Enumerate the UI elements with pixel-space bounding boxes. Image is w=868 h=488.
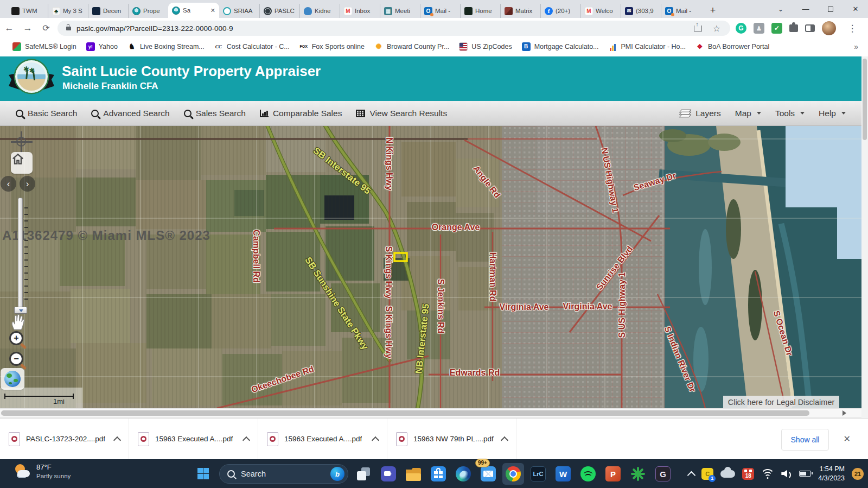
taskbar-app-pinwheel[interactable] — [627, 463, 649, 485]
tray-red-badge-icon[interactable]: 18 — [742, 468, 754, 480]
url-text[interactable]: paslc.gov/map/?ParcelID=2313-222-0000-00… — [76, 24, 688, 33]
bookmark-item[interactable]: BoA Borrower Portal — [691, 41, 774, 52]
bookmark-star-icon[interactable] — [713, 23, 720, 34]
taskbar-app-powerpoint[interactable]: P — [602, 463, 624, 485]
browser-tab[interactable]: Decen — [88, 4, 128, 18]
bookmark-item[interactable]: US ZipCodes — [454, 41, 516, 52]
taskbar-app-chrome[interactable] — [502, 463, 524, 485]
previous-extent-button[interactable]: ‹ — [1, 176, 16, 192]
nav-item-sales-search[interactable]: Sales Search — [177, 109, 253, 118]
nav-item-basic-search[interactable]: Basic Search — [9, 109, 84, 118]
extensions-puzzle-icon[interactable] — [789, 24, 798, 32]
nav-item-view-search-results[interactable]: View Search Results — [349, 109, 454, 118]
tray-yellow-app-icon[interactable]: C 1 — [701, 468, 713, 480]
hidden-icons-chevron[interactable] — [687, 471, 696, 479]
taskbar-search-box[interactable]: Search b — [219, 464, 348, 484]
bookmarks-overflow-icon[interactable]: » — [854, 42, 858, 51]
bookmark-item[interactable]: Yahoo — [81, 41, 123, 52]
address-bar[interactable]: paslc.gov/map/?ParcelID=2313-222-0000-00… — [58, 21, 730, 36]
taskbar-app-task-view[interactable] — [353, 463, 374, 485]
county-logo[interactable] — [9, 58, 54, 99]
browser-tab[interactable]: (20+) — [540, 4, 580, 18]
download-expand-chevron-icon[interactable] — [501, 436, 508, 444]
download-item[interactable]: PASLC-13723-202....pdf — [0, 419, 129, 459]
legal-disclaimer-link[interactable]: Click here for Legal Disclaimer — [723, 396, 839, 408]
wifi-icon[interactable] — [761, 469, 774, 479]
taskbar-app-lightroom[interactable]: LrC — [527, 463, 549, 485]
taskbar-app-word[interactable]: W — [552, 463, 574, 485]
bookmark-item[interactable]: SafeMLS® Login — [8, 41, 81, 52]
taskbar-app-file-explorer[interactable] — [403, 463, 424, 485]
nav-item-advanced-search[interactable]: Advanced Search — [84, 109, 176, 118]
clock-widget[interactable]: 1:54 PM 4/3/2023 — [818, 465, 845, 483]
home-extent-button[interactable] — [11, 152, 33, 174]
maximize-button[interactable] — [818, 0, 843, 18]
tab-close-icon[interactable]: ✕ — [210, 7, 215, 14]
lock-icon[interactable] — [66, 27, 71, 30]
browser-tab[interactable]: Prope — [128, 4, 168, 18]
gray-extension-icon[interactable] — [754, 23, 764, 34]
basemap-globe-button[interactable] — [1, 368, 24, 390]
download-item[interactable]: 15963 Executed A....pdf — [129, 419, 258, 459]
nav-item-comparable-sales[interactable]: Comparable Sales — [253, 109, 349, 118]
scroll-right-arrow[interactable] — [843, 410, 846, 416]
zoom-slider-track[interactable] — [18, 198, 23, 308]
grammarly-extension-icon[interactable]: G — [736, 23, 746, 34]
bookmark-item[interactable]: Broward County Pr... — [369, 41, 454, 52]
back-icon[interactable] — [0, 23, 18, 34]
compass-icon[interactable] — [11, 131, 33, 153]
new-tab-button[interactable]: + — [705, 3, 720, 18]
browser-tab[interactable]: Home — [460, 4, 500, 18]
download-expand-chevron-icon[interactable] — [113, 436, 121, 444]
close-button[interactable]: ✕ — [843, 0, 868, 18]
vertical-scrollbar-thumb[interactable] — [863, 59, 867, 140]
pan-hand-icon[interactable] — [9, 313, 27, 331]
vertical-scrollbar[interactable] — [861, 56, 868, 418]
browser-tab[interactable]: Mail - — [420, 4, 460, 18]
download-expand-chevron-icon[interactable] — [242, 436, 250, 444]
browser-tab[interactable]: TWM — [8, 4, 48, 18]
notification-count-badge[interactable]: 21 — [852, 468, 864, 480]
browser-tab[interactable]: My 3 S — [48, 4, 88, 18]
side-panel-icon[interactable] — [805, 24, 815, 32]
browser-tab[interactable]: SRIAA — [219, 4, 259, 18]
download-item[interactable]: 15963 Executed A....pdf — [258, 419, 387, 459]
bookmark-item[interactable]: Live Boxing Stream... — [123, 41, 209, 52]
browser-tab[interactable]: (303,9 — [621, 4, 661, 18]
map-viewport[interactable]: SB Interstate 95N Kings HwyAngle RdOrang… — [0, 126, 861, 408]
zoom-in-button[interactable]: + — [9, 331, 23, 345]
weather-widget[interactable]: 87°F Partly sunny — [14, 463, 71, 480]
taskbar-app-spotify[interactable] — [577, 463, 599, 485]
nav-item-layers[interactable]: Layers — [673, 109, 728, 118]
nav-item-tools[interactable]: Tools — [768, 109, 812, 118]
next-extent-button[interactable]: › — [20, 176, 35, 192]
bookmark-item[interactable]: PMI Calculator - Ho... — [604, 41, 691, 52]
download-item[interactable]: 15963 NW 79th PL....pdf — [387, 419, 516, 459]
satellite-imagery[interactable] — [0, 126, 861, 408]
horizontal-scrollbar-thumb[interactable] — [1, 410, 809, 416]
share-icon[interactable] — [694, 26, 702, 31]
reload-icon[interactable] — [37, 23, 55, 34]
browser-tab[interactable]: Matrix — [500, 4, 540, 18]
volume-icon[interactable] — [781, 470, 792, 478]
browser-tab[interactable]: Kidne — [299, 4, 340, 18]
downloads-close-icon[interactable]: ✕ — [844, 434, 851, 444]
bookmark-item[interactable]: Mortgage Calculato... — [517, 41, 604, 52]
browser-tab[interactable]: Meeti — [380, 4, 420, 18]
forward-icon[interactable] — [18, 23, 37, 34]
onedrive-icon[interactable] — [720, 470, 735, 478]
battery-icon[interactable] — [799, 471, 811, 477]
minimize-button[interactable]: — — [793, 0, 818, 18]
browser-tab[interactable]: Sa✕ — [168, 3, 219, 18]
start-button[interactable] — [197, 468, 203, 473]
browser-tab[interactable]: Welco — [580, 4, 621, 18]
tab-search-icon[interactable]: ⌄ — [768, 0, 793, 18]
taskbar-app-teams[interactable] — [378, 463, 399, 485]
profile-avatar[interactable] — [822, 21, 836, 35]
taskbar-app-g-app[interactable]: G — [652, 463, 674, 485]
browser-tab[interactable]: PASLC — [259, 4, 299, 18]
bing-icon[interactable]: b — [330, 467, 344, 481]
horizontal-scrollbar[interactable] — [0, 408, 868, 418]
zoom-out-button[interactable]: − — [9, 352, 23, 366]
download-expand-chevron-icon[interactable] — [372, 436, 379, 444]
